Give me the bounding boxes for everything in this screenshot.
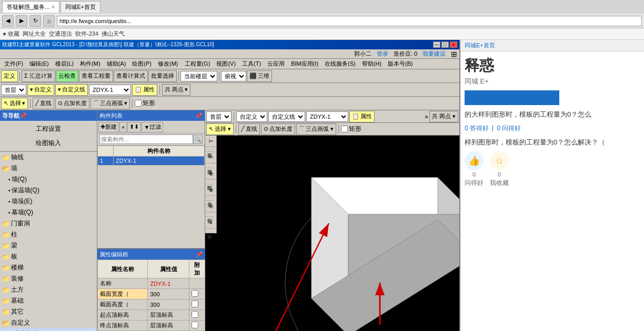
answer-helpful[interactable]: 0 问得好 [497, 124, 521, 133]
floor-dropdown[interactable]: 首层 [1, 85, 26, 95]
address-bar[interactable] [57, 16, 642, 26]
search-parts-input[interactable] [99, 135, 193, 144]
menu-modify[interactable]: 修改(M) [155, 59, 182, 69]
move-part-btn[interactable]: ⬆⬇ [127, 122, 141, 132]
filter-btn[interactable]: ▼ 过滤 [142, 122, 163, 132]
prop-name-value[interactable]: ZDYX-1 [148, 278, 189, 289]
break-btn[interactable]: ⊗ [205, 168, 217, 180]
canvas-threearc-btn[interactable]: ⌒ 三点画弧 ▾ [296, 123, 336, 135]
browser-tab-2[interactable]: 同城E+首页 [61, 1, 100, 13]
project-settings-btn[interactable]: 工程设置 [2, 122, 95, 136]
ct-expand[interactable]: » [425, 113, 428, 120]
browser-tab-active[interactable]: 答疑解惑_服务... × [2, 1, 59, 13]
nav-group-beam[interactable]: 📁 梁 [0, 240, 97, 251]
thumbup-btn[interactable]: 👍 0 问得好 [465, 151, 484, 188]
new-part-btn[interactable]: ✚ 新建 [98, 122, 119, 132]
prop-width-value[interactable]: 300 [148, 289, 189, 299]
prop-height-value[interactable]: 300 [148, 299, 189, 310]
align-btn[interactable]: ≡ [205, 217, 217, 229]
nav-insulation-wall[interactable]: ▪ 保温墙(Q) [0, 185, 97, 196]
custom2-btn[interactable]: ▾ 自定义线 [55, 84, 88, 96]
start-top-checkbox[interactable] [192, 311, 198, 318]
arc-len-btn[interactable]: ⊙ 点加长度 [55, 98, 89, 109]
width-checkbox[interactable] [192, 290, 198, 297]
menu-floor[interactable]: 楼层(L) [52, 59, 77, 69]
menu-quantity[interactable]: 工程量(G) [182, 59, 214, 69]
select-btn[interactable]: ↖ 选择 ▾ [1, 98, 28, 109]
view-select[interactable]: 俯视 [221, 71, 246, 81]
nav-group-stairs[interactable]: 📁 楼梯 [0, 262, 97, 273]
canvas-shape-checkbox[interactable] [341, 126, 348, 132]
close-btn[interactable]: × [450, 42, 457, 48]
menu-aux[interactable]: 辅助(A) [104, 59, 129, 69]
menu-bim[interactable]: BIM应用(I) [288, 59, 321, 69]
menu-cloud[interactable]: 云应用 [264, 59, 288, 69]
menu-online[interactable]: 在线服务(S) [321, 59, 359, 69]
forward-btn[interactable]: ▶ [16, 15, 27, 27]
define-btn[interactable]: 定义 [1, 70, 18, 82]
view-calc-btn[interactable]: 查看计算式 [114, 70, 148, 82]
canvas-custom1-select[interactable]: 自定义 [236, 111, 267, 122]
suggest-btn[interactable]: 我要建议 [422, 50, 446, 58]
menu-version[interactable]: 版本号(B) [385, 59, 416, 69]
props-panel-pin[interactable]: 📌 [196, 251, 203, 258]
nav-panel-pin[interactable]: 📌 [19, 112, 27, 119]
extend-btn[interactable]: ⊢ [205, 136, 217, 147]
height-checkbox[interactable] [192, 301, 198, 307]
canvas-floor-select[interactable]: 首层 [206, 111, 232, 122]
refresh-btn[interactable]: ↻ [29, 15, 41, 27]
nav-group-finish[interactable]: 📁 装修 [0, 273, 97, 284]
menu-tools[interactable]: 工具(T) [239, 59, 264, 69]
menu-draw[interactable]: 绘图(P) [129, 59, 155, 69]
custom1-btn[interactable]: ▾ 自定义 [27, 84, 54, 96]
floor-select[interactable]: 当前楼层 [180, 71, 217, 81]
menu-component[interactable]: 构件(M) [77, 59, 104, 69]
nav-group-foundation[interactable]: 📁 基础 [0, 295, 97, 306]
nav-group-column[interactable]: 📁 柱 [0, 229, 97, 240]
login-btn[interactable]: 登录 [377, 50, 388, 58]
delete-part-btn[interactable]: × [119, 122, 127, 132]
bookmark-5[interactable]: 佛山天气 [102, 30, 125, 38]
line-btn[interactable]: ╱ 直线 [33, 98, 54, 109]
canvas-custom2-select[interactable]: 自定义线 [268, 111, 305, 122]
trim-btn[interactable]: ✂ [205, 152, 217, 163]
shape-checkbox[interactable] [135, 100, 142, 107]
merge-btn[interactable]: ⊕ [205, 184, 217, 196]
bookmark-4[interactable]: 软件-234 [75, 30, 98, 38]
two-point-btn[interactable]: 共 两点 ▾ [162, 84, 190, 96]
bookmark-1[interactable]: ★ 收藏 [2, 30, 19, 38]
nav-wall-q[interactable]: ▪ 墙(Q) [0, 174, 97, 185]
search-submit-btn[interactable]: 🔍 [193, 135, 203, 144]
nav-custom-point[interactable]: ✕ 自定义点 [0, 328, 97, 331]
star-btn[interactable]: ☆ 0 我收藏 [490, 151, 509, 188]
3d-btn[interactable]: ⬛ 三维 [247, 70, 272, 82]
three-arc-btn[interactable]: ⌒ 三点画弧 ▾ [90, 98, 130, 109]
calc-btn[interactable]: Σ 汇总计算 [22, 70, 55, 82]
cloud-check-btn[interactable]: 云检查 [56, 70, 78, 82]
prop-end-top-value[interactable]: 层顶标高 [148, 320, 189, 331]
expand-btn[interactable]: ⊞ [451, 50, 457, 58]
nav-group-doorwindow[interactable]: 📁 门窗洞 [0, 218, 97, 229]
canvas-twopoint-btn[interactable]: 共 两点 ▾ [429, 111, 458, 122]
prop-start-top-value[interactable]: 层顶标高 [148, 310, 189, 320]
canvas-component-select[interactable]: ZDYX-1 [306, 111, 348, 122]
answer-good[interactable]: 0 答得好 [465, 124, 489, 133]
nav-wall-pier[interactable]: ▪ 墙垛(E) [0, 196, 97, 207]
menu-file[interactable]: 文件(F) [1, 59, 26, 69]
nav-group-axis[interactable]: 📁 轴线 [0, 152, 97, 163]
table-row[interactable]: 1 ZDYX-1 [98, 157, 205, 166]
canvas-arclen-btn[interactable]: ⊙ 点加长度 [261, 123, 295, 135]
tab-close-btn[interactable]: × [52, 4, 55, 10]
component-dropdown[interactable]: ZDYX-1 [89, 85, 131, 95]
menu-view[interactable]: 视图(V) [213, 59, 239, 69]
menu-edit[interactable]: 编辑(E) [26, 59, 52, 69]
bookmark-3[interactable]: 交通违法 [49, 30, 72, 38]
home-btn[interactable]: ⌂ [43, 15, 55, 27]
batch-select-btn[interactable]: 批量选择 [148, 70, 177, 82]
draw-input-btn[interactable]: 绘图输入 [2, 137, 95, 150]
canvas-select-btn[interactable]: ↖ 选择 ▾ [206, 123, 234, 135]
nav-curtain-wall[interactable]: ▪ 幕墙(Q) [0, 207, 97, 218]
nav-group-slab[interactable]: 📁 板 [0, 251, 97, 262]
maximize-btn[interactable]: □ [441, 42, 449, 48]
nav-group-other[interactable]: 📁 其它 [0, 306, 97, 317]
